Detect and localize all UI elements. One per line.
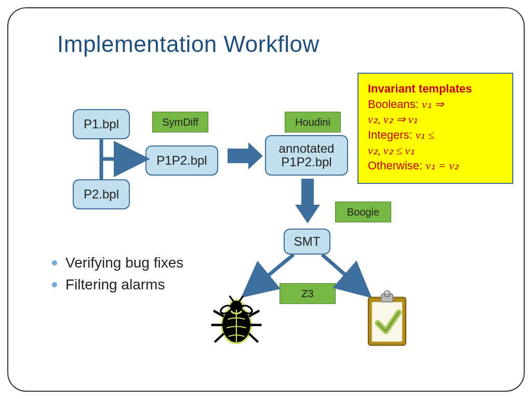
tag-houdini: Houdini <box>285 112 341 132</box>
tag-symdiff: SymDiff <box>152 112 208 132</box>
callout-integers: Integers: v₁ ≤ <box>368 127 503 143</box>
bullet-item-filter: Filtering alarms <box>52 276 183 293</box>
clipboard-check-icon <box>364 288 410 351</box>
callout-booleans-2: v₂, v₂ ⇒ v₁ <box>368 112 503 127</box>
svg-rect-7 <box>381 294 393 302</box>
node-annotated-line1: annotated <box>279 142 335 155</box>
bug-icon <box>208 294 265 351</box>
page-title: Implementation Workflow <box>57 31 320 57</box>
node-p2: P2.bpl <box>73 179 130 209</box>
node-annotated-p1p2: annotated P1P2.bpl <box>265 135 348 176</box>
node-p1p2: P1P2.bpl <box>145 145 218 176</box>
node-smt: SMT <box>284 229 330 255</box>
tag-boogie: Boogie <box>335 202 391 222</box>
callout-otherwise: Otherwise: v₁ = v₂ <box>368 158 503 174</box>
callout-invariant-templates: Invariant templates Booleans: v₁ ⇒ v₂, v… <box>357 73 513 184</box>
callout-booleans: Booleans: v₁ ⇒ <box>368 97 503 112</box>
tag-z3: Z3 <box>280 283 336 304</box>
bullet-item-verify: Verifying bug fixes <box>52 255 183 271</box>
node-annotated-line2: P1P2.bpl <box>281 155 331 169</box>
node-p1: P1.bpl <box>73 109 130 139</box>
callout-heading: Invariant templates <box>368 81 503 97</box>
bullet-list: Verifying bug fixes Filtering alarms <box>52 255 183 298</box>
bullet-dot-icon <box>52 282 57 287</box>
bullet-dot-icon <box>52 260 57 265</box>
callout-integers-2: v₂, v₂ ≤ v₁ <box>368 143 503 158</box>
